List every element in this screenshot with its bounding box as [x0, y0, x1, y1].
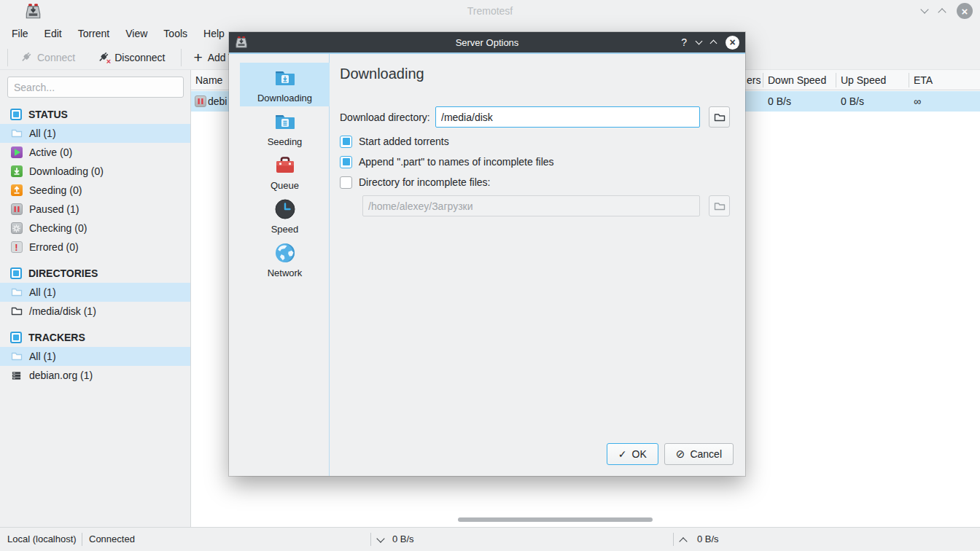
sidebar-item-paused[interactable]: Paused (1) [0, 200, 190, 219]
incomplete-directory-input[interactable] [362, 195, 700, 216]
pause-icon [194, 95, 206, 107]
section-title: TRACKERS [28, 332, 85, 343]
checkbox-checked[interactable] [340, 136, 352, 148]
connect-button[interactable]: Connect [14, 47, 81, 68]
menu-file[interactable]: File [4, 22, 36, 45]
menu-torrent[interactable]: Torrent [70, 22, 118, 45]
item-label: Checking (0) [29, 222, 87, 234]
minimize-button[interactable] [920, 5, 928, 13]
item-label: Seeding (0) [29, 184, 82, 196]
plug-connect-icon [20, 51, 32, 63]
sidebar-item-active[interactable]: Active (0) [0, 143, 190, 162]
main-titlebar: Tremotesf [0, 0, 980, 22]
item-label: All (1) [29, 128, 56, 139]
checkbox-label: Start added torrents [359, 136, 449, 147]
cancel-icon [676, 448, 685, 461]
sidebar-item-downloading[interactable]: Downloading (0) [0, 162, 190, 181]
section-header-directories: DIRECTORIES [0, 264, 190, 283]
connect-label: Connect [37, 52, 75, 63]
torrent-down-speed: 0 B/s [768, 91, 791, 112]
folder-icon [10, 351, 23, 363]
column-header-eta[interactable]: ETA [914, 70, 933, 90]
total-upload-speed: 0 B/s [697, 528, 719, 551]
dialog-titlebar[interactable]: Server Options ? [229, 32, 745, 52]
connection-status: Connected [89, 528, 135, 551]
exclamation-icon: ! [10, 241, 23, 254]
server-name: Local (localhost) [7, 528, 77, 551]
browse-folder-button[interactable] [709, 106, 730, 128]
nav-item-speed[interactable]: Speed [240, 194, 330, 238]
sidebar-item-media-disk[interactable]: /media/disk (1) [0, 302, 190, 321]
column-header-name[interactable]: Name [195, 70, 222, 90]
close-button[interactable] [957, 3, 973, 19]
nav-label: Seeding [268, 136, 303, 147]
maximize-button[interactable] [710, 40, 718, 47]
window-title: Tremotesf [0, 0, 980, 22]
column-divider [763, 73, 763, 87]
folder-icon [714, 200, 726, 212]
cancel-button[interactable]: Cancel [664, 443, 734, 465]
start-added-torrents-checkbox[interactable]: Start added torrents [340, 134, 449, 149]
item-label: Downloading (0) [29, 165, 104, 177]
sidebar-item-errored[interactable]: ! Errored (0) [0, 238, 190, 257]
download-directory-input[interactable] [435, 106, 700, 128]
help-button[interactable]: ? [681, 36, 687, 48]
checkbox-checked[interactable] [340, 156, 352, 168]
folder-icon [10, 128, 23, 140]
nav-item-downloading[interactable]: Downloading [240, 63, 330, 106]
column-header-down-speed[interactable]: Down Speed [768, 70, 826, 90]
page-title: Downloading [340, 66, 424, 82]
item-label: All (1) [29, 351, 56, 362]
item-label: Active (0) [29, 146, 72, 158]
section-header-trackers: TRACKERS [0, 328, 190, 347]
incomplete-directory-checkbox[interactable]: Directory for incomplete files: [340, 175, 491, 189]
column-header-partial[interactable]: ers [747, 70, 761, 90]
nav-label: Speed [271, 224, 299, 235]
item-label: debian.org (1) [29, 370, 93, 381]
sidebar-item-status-all[interactable]: All (1) [0, 124, 190, 143]
dialog-title: Server Options [229, 37, 745, 48]
maximize-button[interactable] [938, 8, 946, 16]
item-label: Paused (1) [29, 203, 79, 215]
search-input[interactable] [7, 77, 184, 98]
nav-item-network[interactable]: Network [240, 238, 330, 281]
menu-tools[interactable]: Tools [155, 22, 195, 45]
globe-icon [273, 241, 297, 265]
sidebar-item-directories-all[interactable]: All (1) [0, 283, 190, 302]
plug-disconnect-icon [97, 51, 109, 63]
close-button[interactable] [726, 36, 739, 50]
toolbox-icon [273, 154, 297, 177]
torrent-eta: ∞ [914, 91, 921, 112]
item-label: All (1) [29, 286, 56, 298]
tracker-list-icon [10, 370, 23, 382]
folder-icon [10, 286, 23, 299]
menu-view[interactable]: View [117, 22, 155, 45]
folder-download-icon [273, 66, 297, 90]
nav-item-queue[interactable]: Queue [240, 150, 330, 194]
toolbar-separator [181, 49, 182, 66]
sidebar-item-debian-org[interactable]: debian.org (1) [0, 366, 190, 385]
nav-label: Downloading [257, 93, 312, 103]
column-header-up-speed[interactable]: Up Speed [841, 70, 886, 90]
ok-button[interactable]: OK [607, 443, 658, 465]
upload-arrow-icon [10, 184, 23, 197]
checkbox-label: Append ".part" to names of incomplete fi… [359, 156, 554, 168]
checkbox-unchecked[interactable] [340, 176, 352, 189]
sidebar-item-seeding[interactable]: Seeding (0) [0, 181, 190, 200]
toolbar-separator [7, 49, 8, 66]
statusbar: Local (localhost) Connected 0 B/s 0 B/s [0, 527, 980, 551]
minimize-button[interactable] [696, 38, 703, 45]
sidebar-item-checking[interactable]: Checking (0) [0, 219, 190, 238]
download-arrow-icon [376, 534, 384, 542]
horizontal-scrollbar[interactable] [458, 517, 653, 522]
nav-item-seeding[interactable]: Seeding [240, 106, 330, 150]
menu-help[interactable]: Help [195, 22, 233, 45]
active-play-icon [10, 146, 23, 159]
sidebar-item-trackers-all[interactable]: All (1) [0, 347, 190, 366]
browse-folder-button-disabled[interactable] [709, 195, 730, 216]
torrent-name: debi [208, 91, 227, 112]
disconnect-button[interactable]: Disconnect [91, 47, 171, 68]
menu-edit[interactable]: Edit [36, 22, 70, 45]
filter-sidebar: STATUS All (1) Active (0) Downloading (0… [0, 70, 191, 527]
append-part-checkbox[interactable]: Append ".part" to names of incomplete fi… [340, 155, 554, 169]
